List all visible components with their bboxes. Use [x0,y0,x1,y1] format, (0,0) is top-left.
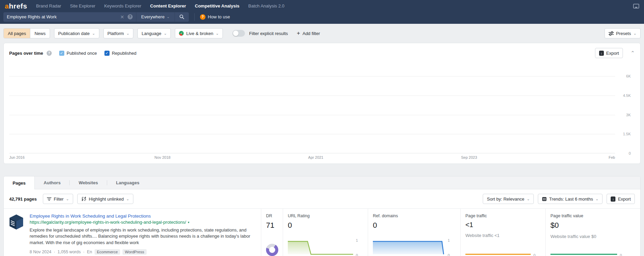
dot-separator: · [54,250,55,254]
export-file-icon: ↓ [599,51,604,56]
pages-over-time-chart: 6K4.5K3K1.5K0 [9,61,635,153]
axis-bottom: 0 [533,253,535,256]
metric-ref-domains: Ref. domains 0 1 0 [368,209,460,256]
metric-dr: DR 71 [261,209,283,256]
nav-item-competitive-analysis[interactable]: Competitive Analysis [195,3,240,8]
tab-languages[interactable]: Languages [107,176,148,189]
ref-domains-sparkline: 1 0 [373,239,460,256]
y-tick-label: 4.5K [623,93,631,98]
website-traffic-value-sub: Website traffic value $0 [550,234,640,239]
axis-top: 1 [448,238,450,242]
result-row: Employee Rights in Work Scheduling and L… [4,208,640,256]
axis-top: 1 [356,238,358,242]
live-broken-status-icon: ✓ [179,31,184,36]
y-tick-label: 3K [626,113,631,117]
nav-item-keywords-explorer[interactable]: Keywords Explorer [104,3,141,8]
result-text-section: Employee Rights in Work Scheduling and L… [4,209,261,256]
tab-pages[interactable]: Pages [4,176,35,189]
filter-dropdowns: Publication date⌄Platform⌄Language⌄ [54,28,171,38]
filter-icon [47,197,51,201]
search-row: Employee Rights at Work ✕ ? Everywhere ⌄… [0,12,644,24]
dr-value: 71 [266,221,283,230]
chevron-down-icon: ⌄ [527,197,530,201]
results-tabs: PagesAuthorsWebsitesLanguages [4,176,640,189]
result-title-link[interactable]: Employee Rights in Work Scheduling and L… [30,214,254,219]
segment-all-pages[interactable]: All pages [4,29,30,38]
filter-button[interactable]: Filter ⌄ [43,194,73,204]
highlight-unlinked-label: Highlight unlinked [89,197,124,202]
explicit-results-toggle[interactable] [232,30,245,37]
clear-search-icon[interactable]: ✕ [120,14,124,20]
dropdown-label: Publication date [58,31,90,36]
url-rating-label: URL Rating [288,214,368,218]
chevron-down-icon: ⌄ [66,197,69,201]
toggle-knob [233,31,238,36]
metric-page-traffic: Page traffic <1 Website traffic <1 0 [460,209,545,256]
checkbox-checked-icon: ✓ [104,51,110,56]
axis-bottom: 0 [356,253,358,256]
dropdown-language[interactable]: Language⌄ [137,28,171,38]
dropdown-platform[interactable]: Platform⌄ [103,28,134,38]
ref-domains-spark-svg [373,239,445,256]
chart-export-button[interactable]: ↓ Export [595,48,623,58]
chevron-down-icon: ⌄ [164,32,167,35]
divider [194,13,195,21]
search-button[interactable] [175,12,189,22]
result-url[interactable]: https://legalclarity.org/employee-rights… [30,220,254,225]
highlight-unlinked-button[interactable]: Highlight unlinked ⌄ [77,194,133,204]
bars [9,61,615,153]
filter-bar: All pagesNews Publication date⌄Platform⌄… [0,24,644,43]
published-once-label: Published once [67,51,97,56]
results-export-button[interactable]: ↓ Export [607,194,635,204]
nav-items: Brand RadarSite ExplorerKeywords Explore… [36,3,633,8]
search-help-icon[interactable]: ? [128,14,133,19]
url-caret-icon[interactable]: ▾ [188,221,189,224]
sliders-icon [609,31,614,36]
republished-checkbox[interactable]: ✓ Republished [104,51,136,56]
live-broken-label: Live & broken [186,31,213,36]
broken-link-icon [81,197,86,201]
live-broken-dropdown[interactable]: ✓ Live & broken ⌄ [175,28,223,38]
help-circle-icon: ? [200,14,205,20]
chevron-down-icon: ⌄ [92,32,95,35]
segment-news[interactable]: News [30,29,50,38]
y-tick-label: 1.5K [623,132,631,136]
url-rating-axis: 1 0 [356,239,359,256]
nav-item-batch-analysis-2-0[interactable]: Batch Analysis 2.0 [248,3,284,8]
ref-domains-label: Ref. domains [373,214,460,218]
results-export-label: Export [618,197,631,202]
plus-icon: + [297,30,300,37]
add-filter-button[interactable]: + Add filter [297,30,320,37]
nav-item-site-explorer[interactable]: Site Explorer [70,3,95,8]
badge-wordpress: WordPress [122,249,147,255]
page-traffic-value-axis: 0 [620,239,623,256]
published-once-checkbox[interactable]: ✓ Published once [59,51,97,56]
results-count: 42,791 pages [9,197,37,202]
dropdown-publication-date[interactable]: Publication date⌄ [54,28,99,38]
republished-label: Republished [112,51,136,56]
logo-accent: a [5,2,9,10]
collapse-panel-icon[interactable]: ⌃ [630,50,635,56]
results-toolbar: 42,791 pages Filter ⌄ Highlight unlinked… [4,189,640,208]
badge-ecommerce: Ecommerce [95,249,120,255]
how-to-use-link[interactable]: ? How to use [200,14,230,20]
sort-by-dropdown[interactable]: Sort by: Relevance ⌄ [483,194,534,204]
result-date: 8 Nov 2024 [30,250,51,254]
trends-dropdown[interactable]: Trends: Last 6 months ⌄ [538,194,602,204]
nav-item-content-explorer[interactable]: Content Explorer [150,3,186,8]
axis-bottom: 0 [448,253,450,256]
dropdown-label: Platform [108,31,124,36]
pages-news-segment: All pagesNews [3,28,50,38]
screen-share-icon[interactable] [633,4,639,8]
presets-label: Presets [616,31,631,36]
ahrefs-logo[interactable]: ahrefs [5,2,27,10]
search-input[interactable]: Employee Rights at Work ✕ ? [3,12,136,22]
presets-button[interactable]: Presets ⌄ [605,28,641,38]
chevron-down-icon: ⌄ [216,32,219,35]
tab-authors[interactable]: Authors [35,176,69,189]
x-tick-label: Apr 2021 [308,155,324,159]
nav-item-brand-radar[interactable]: Brand Radar [36,3,61,8]
info-icon[interactable]: ? [47,51,52,56]
tab-websites[interactable]: Websites [70,176,107,189]
scope-dropdown[interactable]: Everywhere ⌄ [136,12,175,22]
